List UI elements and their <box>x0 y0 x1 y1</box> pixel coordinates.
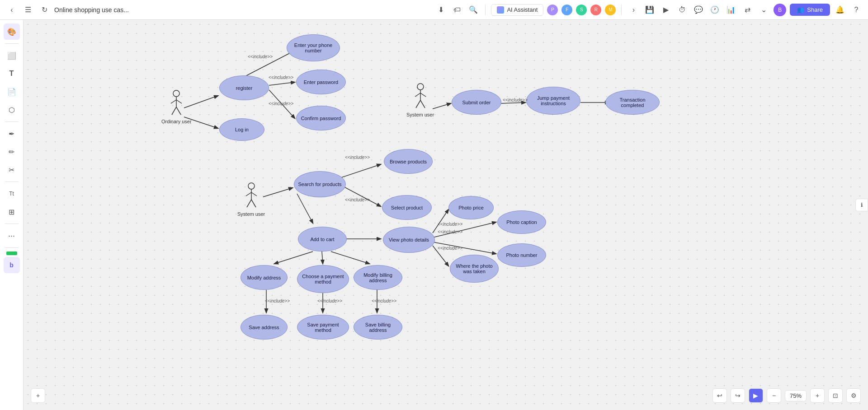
arrow-label-include-10: <<include>> <box>265 298 290 303</box>
svg-line-34 <box>420 100 425 108</box>
comment-button[interactable]: 💬 <box>692 4 705 16</box>
node-submit-order[interactable]: Submit order <box>452 90 501 115</box>
node-save-address[interactable]: Save address <box>241 315 288 340</box>
bell-button[interactable]: 🔔 <box>834 4 846 16</box>
share-button[interactable]: 👥 Share <box>790 4 830 16</box>
node-save-billing[interactable]: Save billing address <box>354 315 402 340</box>
zoom-in-button[interactable]: + <box>810 388 825 403</box>
collab-avatar-1[interactable]: P <box>547 5 558 15</box>
info-button[interactable]: ℹ <box>855 199 868 211</box>
toolbar-sep-1 <box>485 5 486 15</box>
zoom-out-button[interactable]: − <box>767 388 781 403</box>
sidebar-tool-text2[interactable]: Tt <box>4 186 20 202</box>
diagram-svg <box>24 20 868 410</box>
ai-assistant-button[interactable]: AI Assistant <box>491 4 543 16</box>
node-jump-payment[interactable]: Jump payment instructions <box>526 87 580 115</box>
node-choose-payment[interactable]: Choose a payment method <box>297 265 349 293</box>
chevron-button[interactable]: ⌄ <box>757 4 770 16</box>
node-search-products[interactable]: Search for products <box>294 171 346 197</box>
redo-button[interactable]: ↪ <box>731 388 745 403</box>
back-button[interactable]: ‹ <box>5 4 18 16</box>
ai-assistant-label: AI Assistant <box>507 6 538 13</box>
actor-system-user-top: System user <box>406 83 434 117</box>
node-save-payment[interactable]: Save payment method <box>297 315 349 340</box>
node-add-to-cart[interactable]: Add to cart <box>298 227 347 252</box>
sidebar-sep-1 <box>5 43 19 44</box>
sidebar-sep-3 <box>5 182 19 182</box>
node-browse-products[interactable]: Browse products <box>384 149 433 174</box>
arrow-label-include-12: <<include>> <box>372 298 396 303</box>
svg-point-29 <box>417 84 424 90</box>
sidebar-tool-table[interactable]: ⊞ <box>4 204 20 220</box>
toolbar-sep-2 <box>621 5 622 15</box>
sidebar-tool-sticky[interactable]: 📄 <box>4 84 20 100</box>
sidebar-sep-2 <box>5 121 19 122</box>
save-button[interactable]: 💾 <box>643 4 656 16</box>
menu-button[interactable]: ☰ <box>22 4 34 16</box>
more-button[interactable]: › <box>627 4 640 16</box>
node-where-photo[interactable]: Where the photo was taken <box>450 255 499 283</box>
sidebar-tool-pencil[interactable]: ✏ <box>4 144 20 160</box>
node-transaction-completed[interactable]: Transaction completed <box>605 90 660 115</box>
canvas-area[interactable]: Enter your phone number register Enter p… <box>24 20 868 410</box>
user-avatar[interactable]: B <box>774 4 786 16</box>
svg-line-19 <box>331 252 369 264</box>
node-log-in[interactable]: Log in <box>219 118 264 141</box>
actor-figure-ordinary <box>168 90 184 118</box>
pointer-button[interactable]: ▶ <box>749 388 763 403</box>
settings-button[interactable]: ⚙ <box>846 388 861 403</box>
actor-label-ordinary: Ordinary user <box>161 119 192 124</box>
actor-figure-system-bottom <box>243 182 259 210</box>
node-select-product[interactable]: Select product <box>382 195 432 220</box>
svg-point-23 <box>173 90 179 97</box>
timer-button[interactable]: ⏱ <box>676 4 689 16</box>
collab-avatar-4[interactable]: R <box>590 5 601 15</box>
chart-button[interactable]: 📊 <box>725 4 737 16</box>
zoom-level[interactable]: 75% <box>785 390 807 401</box>
download-button[interactable]: ⬇ <box>434 4 447 16</box>
sidebar-tool-shape[interactable]: ⬡ <box>4 102 20 118</box>
fit-button[interactable]: ⊡ <box>828 388 843 403</box>
add-page-button[interactable]: + <box>31 388 45 403</box>
sidebar-tool-logo[interactable]: 🎨 <box>4 23 20 40</box>
svg-line-40 <box>251 200 256 207</box>
arrow-label-include-9: <<include>> <box>438 246 462 251</box>
arrow-label-include-4: <<include>> <box>503 98 528 102</box>
svg-line-2 <box>269 82 295 85</box>
collab-avatar-3[interactable]: S <box>576 5 587 15</box>
arrow-label-include-7: <<include>> <box>438 222 462 227</box>
node-photo-caption[interactable]: Photo caption <box>497 210 546 234</box>
undo-button[interactable]: ↩ <box>712 388 727 403</box>
svg-line-26 <box>176 100 182 103</box>
collab-avatar-5[interactable]: M <box>605 5 616 15</box>
play-button[interactable]: ▶ <box>660 4 672 16</box>
sidebar-tool-brand[interactable]: b <box>4 257 20 273</box>
node-confirm-password[interactable]: Confirm password <box>296 106 346 130</box>
arrow-label-include-6: <<include>> <box>345 197 370 202</box>
node-register[interactable]: register <box>219 75 269 100</box>
search-button[interactable]: 🔍 <box>467 4 480 16</box>
node-modify-address[interactable]: Modify address <box>241 265 288 290</box>
refresh-button[interactable]: ↻ <box>38 4 51 16</box>
sidebar-tool-more[interactable]: ··· <box>4 228 20 244</box>
sidebar-tool-pen[interactable]: ✒ <box>4 126 20 142</box>
sidebar-tool-scissors[interactable]: ✂ <box>4 162 20 178</box>
top-toolbar: ‹ ☰ ↻ Online shopping use cas... ⬇ 🏷 🔍 A… <box>0 0 868 20</box>
clock-button[interactable]: 🕐 <box>708 4 721 16</box>
node-view-photo-details[interactable]: View photo details <box>383 227 435 253</box>
node-photo-price[interactable]: Photo price <box>448 196 494 219</box>
arrow-label-include-11: <<include>> <box>317 298 342 303</box>
help-button[interactable]: ? <box>850 4 863 16</box>
sidebar-tool-frame[interactable]: ⬜ <box>4 47 20 64</box>
svg-line-6 <box>500 102 525 103</box>
svg-line-32 <box>420 93 426 97</box>
node-enter-phone[interactable]: Enter your phone number <box>287 34 340 61</box>
node-modify-billing[interactable]: Modify billing address <box>354 265 402 290</box>
tag-button[interactable]: 🏷 <box>451 4 463 16</box>
sidebar-tool-text[interactable]: T <box>4 65 20 82</box>
collab-avatar-2[interactable]: F <box>561 5 572 15</box>
node-enter-password[interactable]: Enter password <box>296 70 346 94</box>
filter-button[interactable]: ⇄ <box>741 4 754 16</box>
node-photo-number[interactable]: Photo number <box>497 243 546 267</box>
toolbar-right: › 💾 ▶ ⏱ 💬 🕐 📊 ⇄ ⌄ B 👥 Share 🔔 ? <box>627 4 863 16</box>
